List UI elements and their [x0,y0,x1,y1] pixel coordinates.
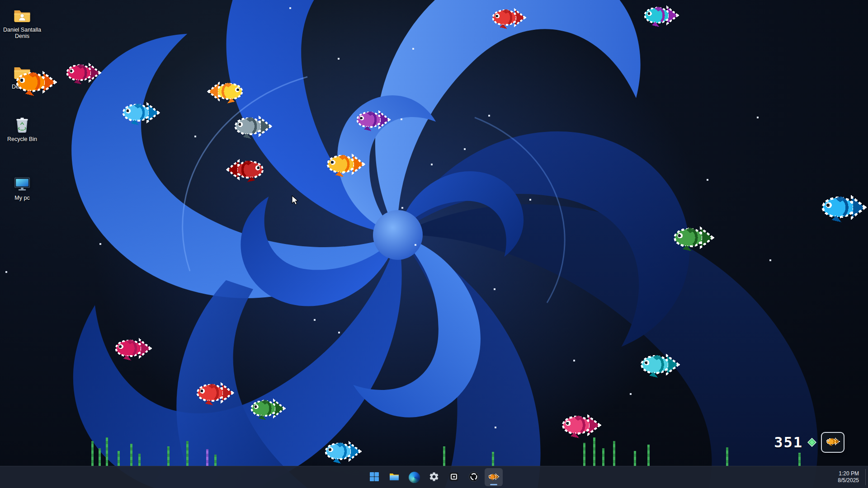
aquarium-score-counter: 351 [774,432,844,453]
fish-sprite-14[interactable] [194,380,234,405]
fish-sprite-6[interactable] [120,100,160,125]
running-indicator [490,484,497,485]
fish-sprite-16[interactable] [323,439,362,464]
obs-icon [468,471,479,483]
edge-icon [409,472,420,483]
aquarium-app-icon [488,473,500,482]
counter-fish-icon [826,437,840,448]
file-explorer-button[interactable] [385,468,403,486]
desktop[interactable]: Daniel SantallaDenisDesktopRecycle BinMy… [0,0,868,488]
fish-inventory-button[interactable] [821,432,844,453]
fish-sprite-7[interactable] [232,114,272,139]
show-desktop-button[interactable] [865,469,868,485]
gem-icon [807,438,816,447]
fish-sprite-1[interactable] [490,6,526,29]
settings-button[interactable] [425,468,443,486]
aquarium-app-button[interactable] [485,468,503,486]
fish-sprite-17[interactable] [638,352,680,378]
fish-sprite-15[interactable] [249,397,286,420]
taskbar: 1:20 PM 8/5/2025 [0,466,868,488]
system-tray-clock[interactable]: 1:20 PM 8/5/2025 [835,469,862,486]
fish-sprite-18[interactable] [560,412,601,438]
score-value: 351 [774,434,803,451]
fish-sprite-4[interactable] [14,69,57,96]
fish-layer [0,0,868,488]
file-explorer-icon [389,471,400,483]
taskbar-icon-group [365,468,503,486]
fish-sprite-11[interactable] [819,192,867,222]
fish-sprite-9[interactable] [325,151,365,177]
fish-sprite-12[interactable] [671,224,714,251]
fish-sprite-5[interactable] [207,80,245,103]
fish-sprite-10[interactable] [226,157,266,182]
start-icon [369,471,380,483]
capcut-icon [448,471,459,483]
mouse-cursor [292,195,299,208]
edge-button[interactable] [405,468,423,486]
settings-icon [429,471,439,483]
fish-sprite-2[interactable] [642,4,679,27]
tray-time: 1:20 PM [838,470,859,477]
obs-button[interactable] [465,468,483,486]
fish-sprite-8[interactable] [354,108,391,131]
fish-sprite-13[interactable] [113,336,152,361]
tray-date: 8/5/2025 [838,477,859,484]
start-button[interactable] [365,468,383,486]
fish-sprite-3[interactable] [64,61,101,84]
capcut-button[interactable] [445,468,463,486]
